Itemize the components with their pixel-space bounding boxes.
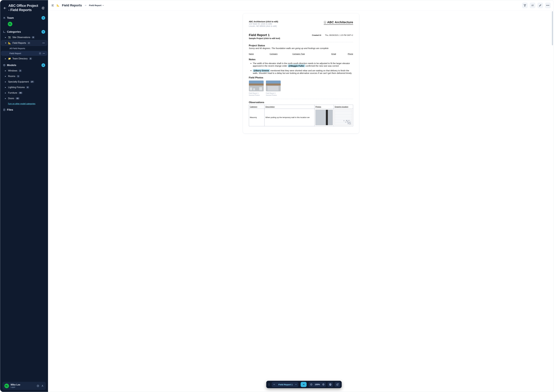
chevron-right-icon: ▸ bbox=[5, 97, 7, 100]
settings-button[interactable] bbox=[41, 6, 45, 10]
category-site-observations[interactable]: ▸ 📷 Site Observations 8 bbox=[1, 35, 47, 40]
notes-header: Notes bbox=[249, 58, 353, 61]
report-sheet: ABC Architecture (click to edit) 123 Sta… bbox=[243, 13, 359, 133]
notes-list[interactable]: The width of the elevator shaft in the n… bbox=[253, 62, 353, 74]
more-icon[interactable]: ••• bbox=[42, 42, 45, 44]
zoom-level[interactable]: 100% bbox=[314, 382, 321, 387]
model-label: Specialty Equipment bbox=[8, 81, 29, 83]
filter-button[interactable] bbox=[522, 3, 528, 8]
drawing-thumbnail: s: A1.0 - t Floor Plan bbox=[335, 110, 352, 125]
subitem-field-report[interactable]: Field Report ••• bbox=[1, 51, 47, 56]
chevron-right-icon: ▸ bbox=[5, 86, 7, 89]
edit-button[interactable] bbox=[537, 3, 543, 8]
mention-chip[interactable]: @Barry Greene bbox=[253, 69, 270, 72]
ruler-icon: 📐 bbox=[8, 42, 11, 44]
model-label: Doors bbox=[8, 97, 14, 100]
categories-section-header: Categories bbox=[7, 30, 21, 33]
field-photo[interactable]: Field Report 1 General Photos bbox=[249, 81, 264, 96]
more-icon[interactable]: ••• bbox=[43, 52, 45, 55]
profile-icon[interactable] bbox=[41, 385, 44, 387]
model-label: Lighting Fixtures bbox=[8, 86, 25, 89]
observation-row[interactable]: Masonry When putting up the temporary wa… bbox=[249, 109, 353, 126]
team-icon bbox=[3, 17, 6, 19]
model-windows[interactable]: ▸ Windows 2 bbox=[1, 68, 47, 73]
company-logotype: ABC Architecture bbox=[324, 21, 353, 25]
obs-category: Masonry bbox=[249, 109, 265, 126]
category-count-badge: 3 bbox=[29, 57, 32, 60]
help-icon[interactable] bbox=[37, 385, 39, 387]
sort-button[interactable] bbox=[530, 3, 535, 8]
open-external-button[interactable] bbox=[335, 382, 340, 387]
scrollbar-thumb[interactable] bbox=[552, 11, 553, 45]
letterhead-address-2[interactable]: Lincoln, NE 68508 (click to edit) bbox=[249, 25, 278, 27]
breadcrumb-icon: 📐 bbox=[56, 4, 60, 7]
user-name: Mike Lee bbox=[11, 384, 20, 386]
obs-photo-cell[interactable] bbox=[315, 109, 334, 126]
svg-point-2 bbox=[4, 17, 4, 18]
star-icon[interactable] bbox=[39, 52, 41, 55]
obs-description: When putting up the temporary wall in th… bbox=[265, 109, 315, 126]
report-title[interactable]: Field Report 1 bbox=[249, 33, 280, 37]
model-count-badge: 2 bbox=[19, 70, 22, 72]
sort-icon bbox=[531, 4, 534, 7]
model-doors[interactable]: ▸ Doors 43 bbox=[1, 96, 47, 101]
model-furniture[interactable]: ▸ Furniture 80 bbox=[1, 90, 47, 96]
model-specialty-equipment[interactable]: ▸ Specialty Equipment 27 bbox=[1, 79, 47, 84]
print-button[interactable] bbox=[328, 382, 333, 387]
obs-col-description: Description bbox=[265, 105, 315, 109]
back-button[interactable] bbox=[3, 6, 7, 10]
model-rooms[interactable]: ▸ Rooms 1 bbox=[1, 73, 47, 79]
add-team-button[interactable]: + bbox=[42, 16, 45, 20]
letterhead-company[interactable]: ABC Architecture (click to edit) bbox=[249, 21, 278, 23]
next-record-button[interactable] bbox=[301, 382, 307, 387]
svg-point-24 bbox=[268, 385, 269, 386]
more-button[interactable]: ••• bbox=[545, 3, 551, 8]
model-lighting-fixtures[interactable]: ▸ Lighting Fixtures 4 bbox=[1, 84, 47, 90]
drag-handle-icon[interactable] bbox=[268, 383, 270, 386]
mention-chip[interactable]: @Maggie Fuller bbox=[288, 64, 305, 67]
letterhead-address-1[interactable]: 123 State St. (click to edit) bbox=[249, 23, 278, 25]
scrollbar[interactable] bbox=[552, 11, 553, 391]
document-canvas[interactable]: ABC Architecture (click to edit) 123 Sta… bbox=[48, 11, 554, 392]
prev-record-button[interactable] bbox=[272, 382, 277, 387]
add-model-button[interactable]: + bbox=[42, 63, 45, 67]
filter-icon bbox=[524, 4, 526, 7]
created-at-label: Created At bbox=[312, 34, 321, 36]
zoom-in-button[interactable] bbox=[321, 382, 326, 387]
model-label: Furniture bbox=[8, 92, 17, 94]
field-photo[interactable]: Field Report 1 General Photos bbox=[266, 81, 281, 96]
category-field-reports[interactable]: ▾ 📐 Field Reports 2 ••• bbox=[1, 40, 47, 46]
col-name: Name bbox=[249, 53, 270, 55]
record-selector[interactable]: Field Report 1 bbox=[277, 382, 298, 387]
team-member-avatar[interactable]: ML bbox=[8, 22, 12, 26]
breadcrumb-leaf[interactable]: Field Report bbox=[89, 4, 104, 7]
plus-circle-icon bbox=[322, 383, 325, 386]
note-text: confirmed the new size was correct bbox=[306, 65, 339, 67]
observations-table: Category Description Photos Drawing loca… bbox=[249, 105, 353, 126]
more-model-categories-link[interactable]: Turn on other model categories bbox=[0, 101, 48, 106]
model-count-badge: 27 bbox=[30, 81, 34, 83]
report-subtitle[interactable]: Sample Project (click to edit text) bbox=[249, 37, 280, 40]
team-section-header: Team bbox=[7, 16, 14, 20]
category-label: Field Reports bbox=[13, 42, 26, 44]
project-status-body[interactable]: Sunny and 60 degrees. The foundation wal… bbox=[249, 47, 353, 49]
subitem-label: All Field Reports bbox=[9, 47, 25, 49]
note-item[interactable]: The width of the elevator shaft in the n… bbox=[253, 62, 353, 67]
files-icon bbox=[3, 109, 6, 111]
main-panel: 📐 Field Reports Field Report bbox=[48, 0, 554, 392]
subitem-all-field-reports[interactable]: All Field Reports bbox=[1, 46, 47, 51]
models-section-header: Models bbox=[7, 64, 16, 67]
camera-icon: 📷 bbox=[8, 36, 11, 39]
breadcrumb-root[interactable]: Field Reports bbox=[62, 4, 82, 7]
svg-point-5 bbox=[3, 32, 4, 33]
add-category-button[interactable]: + bbox=[42, 30, 45, 34]
category-team-directory[interactable]: ▸ 📁 Team Directory 3 bbox=[1, 56, 47, 61]
note-item[interactable]: @Barry Greene mentioned that they were s… bbox=[253, 69, 353, 74]
svg-point-25 bbox=[269, 385, 269, 386]
user-card[interactable]: ML Mike Lee Layer bbox=[2, 382, 46, 390]
svg-point-1 bbox=[43, 8, 44, 8]
obs-drawing-cell[interactable]: s: A1.0 - t Floor Plan bbox=[334, 109, 353, 126]
zoom-out-button[interactable] bbox=[309, 382, 314, 387]
category-count-badge: 8 bbox=[32, 36, 35, 38]
sidebar-toggle-button[interactable] bbox=[51, 4, 54, 7]
